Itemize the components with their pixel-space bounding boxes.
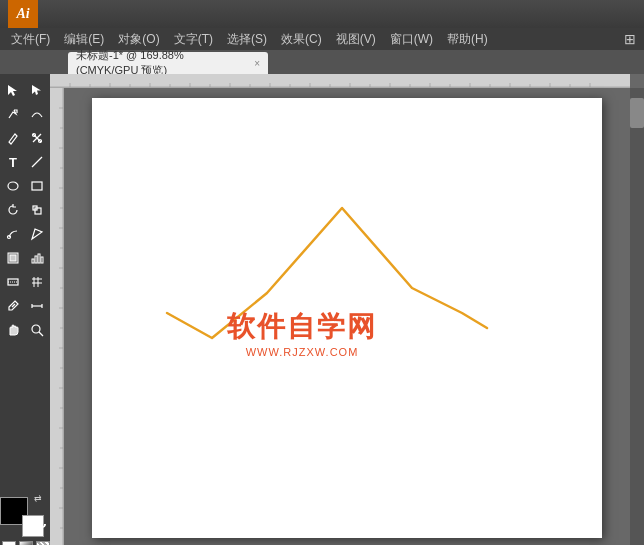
measure-tool[interactable]	[25, 294, 49, 318]
tool-row-4: T	[1, 150, 49, 174]
svg-rect-14	[32, 259, 34, 263]
menu-window[interactable]: 窗口(W)	[383, 28, 440, 50]
horizontal-ruler	[50, 74, 630, 88]
tool-row-9	[1, 270, 49, 294]
hand-tool[interactable]	[1, 318, 25, 342]
default-colors-icon[interactable]	[38, 517, 46, 531]
menu-help[interactable]: 帮助(H)	[440, 28, 495, 50]
scale-tool[interactable]	[25, 198, 49, 222]
vertical-scrollbar[interactable]	[630, 88, 644, 545]
svg-rect-8	[32, 182, 42, 190]
free-transform-tool[interactable]	[25, 222, 49, 246]
svg-line-29	[39, 332, 43, 336]
drawing-canvas	[92, 98, 602, 538]
symbol-tool[interactable]	[1, 246, 25, 270]
svg-rect-15	[35, 256, 37, 263]
menu-object[interactable]: 对象(O)	[111, 28, 166, 50]
svg-rect-9	[35, 208, 41, 214]
gradient-fill-btn[interactable]	[19, 541, 33, 545]
type-tool[interactable]: T	[1, 150, 25, 174]
pen-tool[interactable]	[1, 102, 25, 126]
color-area: ⇄	[0, 491, 54, 545]
svg-line-24	[12, 304, 15, 307]
artboard: 软件自学网 WWW.RJZXW.COM	[92, 98, 602, 538]
svg-rect-13	[10, 255, 16, 261]
rotate-tool[interactable]	[1, 198, 25, 222]
svg-point-28	[32, 325, 40, 333]
tool-row-11	[1, 318, 49, 342]
menu-view[interactable]: 视图(V)	[329, 28, 383, 50]
menu-select[interactable]: 选择(S)	[220, 28, 274, 50]
rectangle-tool[interactable]	[25, 174, 49, 198]
vertical-ruler	[50, 88, 64, 545]
tool-row-6	[1, 198, 49, 222]
tab-bar: 未标题-1* @ 169.88% (CMYK/GPU 预览) ×	[0, 50, 644, 74]
tool-row-8	[1, 246, 49, 270]
canvas-area[interactable]: 软件自学网 WWW.RJZXW.COM	[50, 74, 644, 545]
grid-icon: ⊞	[624, 31, 640, 47]
document-tab[interactable]: 未标题-1* @ 169.88% (CMYK/GPU 预览) ×	[68, 52, 268, 74]
direct-select-tool[interactable]	[25, 78, 49, 102]
title-bar: Ai	[0, 0, 644, 28]
menu-edit[interactable]: 编辑(E)	[57, 28, 111, 50]
tab-close-button[interactable]: ×	[254, 58, 260, 69]
tool-row-5	[1, 174, 49, 198]
pattern-fill-btn[interactable]	[36, 541, 50, 545]
menu-file[interactable]: 文件(F)	[4, 28, 57, 50]
drawn-path	[167, 208, 487, 338]
tool-row-2	[1, 102, 49, 126]
tool-row-10	[1, 294, 49, 318]
chart-tool[interactable]	[25, 246, 49, 270]
svg-marker-1	[32, 85, 41, 95]
left-toolbar: T	[0, 74, 50, 545]
svg-rect-16	[38, 254, 40, 263]
warp-tool[interactable]	[1, 222, 25, 246]
svg-rect-17	[41, 257, 43, 263]
main-area: T	[0, 74, 644, 545]
mesh-tool[interactable]	[25, 270, 49, 294]
scrollbar-thumb-v[interactable]	[630, 98, 644, 128]
pencil-tool[interactable]	[1, 126, 25, 150]
ellipse-tool[interactable]	[1, 174, 25, 198]
svg-point-7	[8, 182, 18, 190]
menu-text[interactable]: 文字(T)	[167, 28, 220, 50]
menu-effect[interactable]: 效果(C)	[274, 28, 329, 50]
none-color-btn[interactable]	[2, 541, 16, 545]
tool-row-1	[1, 78, 49, 102]
tool-row-7	[1, 222, 49, 246]
scissors-tool[interactable]	[25, 126, 49, 150]
svg-marker-0	[8, 85, 17, 96]
select-tool[interactable]	[1, 78, 25, 102]
gradient-tool[interactable]	[1, 270, 25, 294]
curvature-tool[interactable]	[25, 102, 49, 126]
eyedropper-tool[interactable]	[1, 294, 25, 318]
line-tool[interactable]	[25, 150, 49, 174]
menu-bar: 文件(F) 编辑(E) 对象(O) 文字(T) 选择(S) 效果(C) 视图(V…	[0, 28, 644, 50]
svg-line-6	[32, 157, 42, 167]
tool-row-3	[1, 126, 49, 150]
zoom-tool[interactable]	[25, 318, 49, 342]
ai-logo: Ai	[8, 0, 38, 28]
swap-colors-icon[interactable]: ⇄	[34, 493, 42, 503]
